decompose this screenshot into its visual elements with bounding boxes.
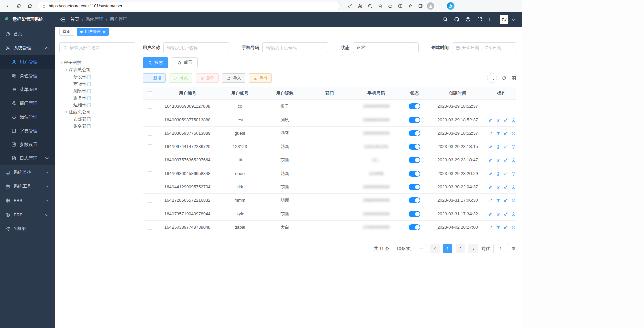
browser-back-icon[interactable] <box>3 1 13 11</box>
search-icon[interactable] <box>443 17 448 22</box>
search-button[interactable]: 搜索 <box>143 57 168 68</box>
add-button[interactable]: 新增 <box>143 73 166 83</box>
delete-button[interactable]: 删除 <box>196 73 219 83</box>
sidebar-item-dept-mgmt[interactable]: 部门管理 <box>0 96 55 110</box>
delete-icon[interactable] <box>496 212 500 216</box>
app-logo[interactable]: 意框架管理系统 <box>0 12 55 27</box>
assign-role-icon[interactable] <box>511 118 516 122</box>
next-page-button[interactable] <box>468 244 478 253</box>
edit-icon[interactable] <box>488 145 493 149</box>
help-icon[interactable] <box>465 17 471 22</box>
delete-icon[interactable] <box>496 225 500 230</box>
chevron-down-icon[interactable] <box>511 17 516 24</box>
browser-home-icon[interactable] <box>25 1 34 11</box>
reset-password-icon[interactable] <box>504 225 508 230</box>
profile-avatar[interactable] <box>426 1 435 11</box>
sidebar-item-system-tools[interactable]: 系统工具 <box>0 179 55 193</box>
edit-button[interactable]: 修改 <box>169 73 192 83</box>
assign-role-icon[interactable] <box>511 131 516 136</box>
status-toggle[interactable] <box>409 224 420 230</box>
row-checkbox[interactable] <box>148 104 152 109</box>
edit-icon[interactable] <box>488 118 493 122</box>
edit-icon[interactable] <box>488 172 493 176</box>
delete-icon[interactable] <box>496 185 500 189</box>
reset-password-icon[interactable] <box>504 131 508 136</box>
assign-role-icon[interactable] <box>511 185 516 189</box>
sidebar-item-param-settings[interactable]: 参数设置 <box>0 138 55 151</box>
row-checkbox[interactable] <box>148 185 152 189</box>
sidebar-item-role-mgmt[interactable]: 角色管理 <box>0 69 55 83</box>
tree-node[interactable]: ▾江西总公司 <box>59 108 135 115</box>
reset-password-icon[interactable] <box>504 185 508 189</box>
tree-node[interactable]: 研发部门 <box>59 73 135 80</box>
tree-node[interactable]: 市场部门 <box>59 80 135 87</box>
goto-page-input[interactable] <box>493 244 508 253</box>
reset-password-icon[interactable] <box>504 145 508 149</box>
status-toggle[interactable] <box>409 211 420 217</box>
export-button[interactable]: 导出 <box>249 73 272 83</box>
github-icon[interactable] <box>454 17 459 22</box>
prev-page-button[interactable] <box>430 244 440 253</box>
username-input[interactable] <box>167 45 226 50</box>
phone-input[interactable] <box>266 45 325 50</box>
dept-search-input[interactable] <box>70 45 132 50</box>
zoom-out-icon[interactable] <box>365 1 375 11</box>
date-range-picker[interactable]: 开始日期 - 结束日期 <box>452 42 516 53</box>
page-button-2[interactable]: 2 <box>456 244 465 253</box>
caret-down-icon[interactable]: ▾ <box>64 68 69 72</box>
row-checkbox[interactable] <box>148 198 152 203</box>
copilot-button[interactable]: b <box>446 1 455 11</box>
sidebar-item-home[interactable]: 首页 <box>0 27 55 41</box>
caret-down-icon[interactable]: ▾ <box>64 110 69 114</box>
close-icon[interactable]: × <box>103 30 105 34</box>
page-size-select[interactable]: 10条/页 <box>393 244 427 253</box>
status-toggle[interactable] <box>409 117 420 123</box>
caret-down-icon[interactable]: ▾ <box>59 61 64 64</box>
edit-icon[interactable] <box>488 198 493 203</box>
assign-role-icon[interactable] <box>511 212 516 216</box>
status-toggle[interactable] <box>409 197 420 203</box>
tree-node[interactable]: 市场部门 <box>59 115 135 123</box>
edit-icon[interactable] <box>488 131 493 136</box>
read-aloud-icon[interactable]: A) <box>355 1 365 11</box>
reset-button[interactable]: 重置 <box>172 57 198 68</box>
edit-icon[interactable] <box>488 158 493 162</box>
status-toggle[interactable] <box>409 157 420 163</box>
breadcrumb-home[interactable]: 首页 <box>70 16 79 22</box>
select-all-checkbox[interactable] <box>148 91 152 96</box>
password-key-icon[interactable] <box>345 1 355 11</box>
edit-icon[interactable] <box>488 212 493 216</box>
reset-password-icon[interactable] <box>504 158 508 162</box>
page-button-1[interactable]: 1 <box>443 244 452 253</box>
status-toggle[interactable] <box>409 171 420 177</box>
sidebar-item-menu-mgmt[interactable]: 菜单管理 <box>0 83 55 96</box>
row-checkbox[interactable] <box>148 225 152 230</box>
sidebar-item-bbs[interactable]: BBS <box>0 193 55 207</box>
more-menu-icon[interactable] <box>436 1 445 11</box>
collapse-sidebar-icon[interactable] <box>60 17 66 22</box>
status-toggle[interactable] <box>409 103 420 109</box>
delete-icon[interactable] <box>496 118 500 122</box>
font-size-icon[interactable]: TT <box>488 17 494 22</box>
split-screen-icon[interactable] <box>396 1 405 11</box>
browser-refresh-icon[interactable] <box>14 1 23 11</box>
favorites-bar-icon[interactable] <box>406 1 415 11</box>
fullscreen-icon[interactable] <box>477 17 482 22</box>
row-checkbox[interactable] <box>148 131 152 136</box>
assign-role-icon[interactable] <box>511 158 516 162</box>
assign-role-icon[interactable] <box>511 172 516 176</box>
tab-user-mgmt[interactable]: 用户管理 × <box>77 28 109 36</box>
assign-role-icon[interactable] <box>511 198 516 203</box>
sidebar-item-user-mgmt[interactable]: 用户管理 <box>0 55 55 69</box>
column-settings-icon[interactable] <box>511 76 516 81</box>
row-checkbox[interactable] <box>148 144 152 149</box>
row-checkbox[interactable] <box>148 171 152 176</box>
reset-password-icon[interactable] <box>504 212 508 216</box>
row-checkbox[interactable] <box>148 118 152 122</box>
tree-node[interactable]: 运维部门 <box>59 101 135 108</box>
status-toggle[interactable] <box>409 130 420 136</box>
reset-password-icon[interactable] <box>504 172 508 176</box>
delete-icon[interactable] <box>496 172 500 176</box>
tree-node[interactable]: 财务部门 <box>59 123 135 130</box>
add-favorite-icon[interactable] <box>376 1 385 11</box>
